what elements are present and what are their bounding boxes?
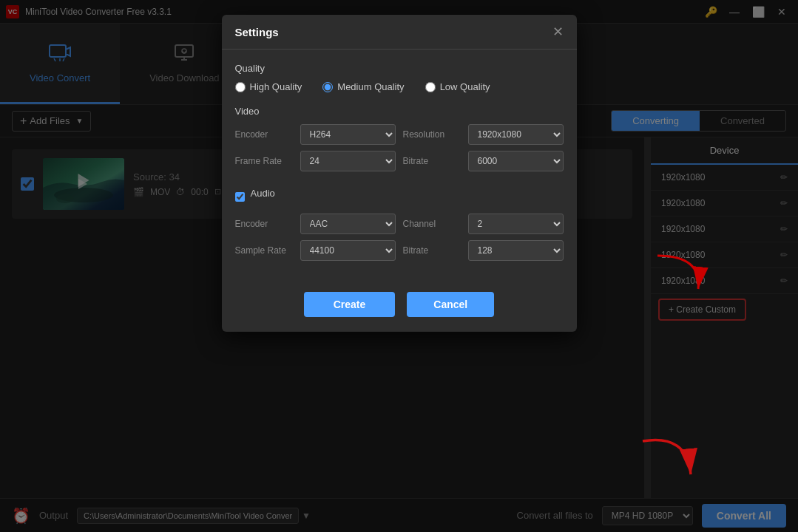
modal-close-button[interactable]: ✕ — [552, 25, 564, 38]
resolution-select[interactable]: 1920x1080 1280x720 854x480 — [468, 124, 564, 145]
framerate-label: Frame Rate — [235, 156, 294, 166]
audio-encoder-row: Encoder AAC MP3 — [235, 214, 396, 234]
quality-medium-label: Medium Quality — [337, 81, 404, 92]
quality-high[interactable]: High Quality — [235, 81, 302, 92]
modal-body: Quality High Quality Medium Quality Low … — [222, 50, 577, 280]
modal-header: Settings ✕ — [222, 15, 577, 50]
samplerate-label: Sample Rate — [235, 245, 294, 256]
quality-medium-radio[interactable] — [322, 82, 333, 92]
cancel-button[interactable]: Cancel — [407, 292, 494, 317]
create-button[interactable]: Create — [304, 292, 396, 317]
video-encoder-field: Encoder H264 H265 VP9 Frame Rate 24 — [235, 124, 396, 177]
quality-section-label: Quality — [235, 63, 564, 74]
video-bitrate-label: Bitrate — [403, 156, 462, 166]
quality-low[interactable]: Low Quality — [425, 81, 490, 92]
audio-bitrate-row: Bitrate 128 192 256 320 — [403, 240, 564, 261]
audio-fields-grid: Encoder AAC MP3 Sample Rate 44100 22050 — [235, 214, 564, 267]
video-section: Video Encoder H264 H265 VP9 Frame R — [235, 106, 564, 177]
channel-select[interactable]: 2 1 — [468, 214, 564, 234]
audio-encoder-field: Encoder AAC MP3 Sample Rate 44100 22050 — [235, 214, 396, 267]
encoder-row: Encoder H264 H265 VP9 — [235, 124, 396, 145]
resolution-label: Resolution — [403, 129, 462, 140]
samplerate-select[interactable]: 44100 22050 48000 — [300, 240, 396, 261]
audio-checkbox[interactable] — [235, 192, 245, 202]
audio-bitrate-select[interactable]: 128 192 256 320 — [468, 240, 564, 261]
video-resolution-field: Resolution 1920x1080 1280x720 854x480 Bi… — [403, 124, 564, 177]
audio-header: Audio — [235, 188, 564, 206]
encoder-select[interactable]: H264 H265 VP9 — [300, 124, 396, 145]
audio-encoder-select[interactable]: AAC MP3 — [300, 214, 396, 234]
quality-high-label: High Quality — [250, 81, 302, 92]
samplerate-row: Sample Rate 44100 22050 48000 — [235, 240, 396, 261]
audio-section: Audio Encoder AAC MP3 Sample Rate — [235, 188, 564, 267]
modal-title: Settings — [235, 26, 279, 38]
audio-encoder-label: Encoder — [235, 219, 294, 229]
audio-section-label: Audio — [251, 188, 275, 199]
video-section-label: Video — [235, 106, 564, 117]
channel-row: Channel 2 1 — [403, 214, 564, 234]
framerate-row: Frame Rate 24 25 30 60 — [235, 151, 396, 171]
resolution-row: Resolution 1920x1080 1280x720 854x480 — [403, 124, 564, 145]
settings-modal: Settings ✕ Quality High Quality Medium Q… — [222, 15, 577, 332]
audio-bitrate-label: Bitrate — [403, 245, 462, 256]
video-bitrate-row: Bitrate 6000 4000 2000 8000 — [403, 151, 564, 171]
video-fields-grid: Encoder H264 H265 VP9 Frame Rate 24 — [235, 124, 564, 177]
quality-high-radio[interactable] — [235, 82, 246, 92]
audio-channel-field: Channel 2 1 Bitrate 128 192 256 — [403, 214, 564, 267]
modal-overlay: Settings ✕ Quality High Quality Medium Q… — [0, 0, 798, 532]
quality-radio-group: High Quality Medium Quality Low Quality — [235, 81, 564, 92]
channel-label: Channel — [403, 219, 462, 229]
framerate-select[interactable]: 24 25 30 60 — [300, 151, 396, 171]
video-bitrate-select[interactable]: 6000 4000 2000 8000 — [468, 151, 564, 171]
quality-low-label: Low Quality — [440, 81, 490, 92]
encoder-label: Encoder — [235, 129, 294, 140]
quality-medium[interactable]: Medium Quality — [322, 81, 404, 92]
modal-footer: Create Cancel — [222, 280, 577, 332]
quality-low-radio[interactable] — [425, 82, 436, 92]
